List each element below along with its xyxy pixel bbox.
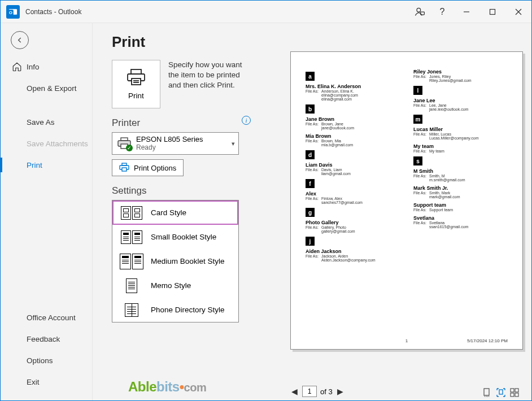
nav-label: Options: [27, 356, 53, 365]
print-button[interactable]: Print: [112, 60, 160, 108]
actual-size-icon[interactable]: 100: [483, 388, 492, 397]
contact-name: Riley Jones: [413, 69, 508, 75]
contact-name: My team: [413, 143, 508, 149]
contact-card: Mark Smith Jr.File As:Smith, Markmark@gm…: [413, 185, 508, 199]
nav-label: Info: [27, 63, 40, 71]
nav-open-export[interactable]: Open & Export: [1, 77, 92, 99]
style-small-booklet[interactable]: Small Booklet Style: [112, 225, 238, 249]
print-options-icon: [119, 163, 129, 173]
print-options-button[interactable]: Print Options: [112, 159, 184, 176]
contacts-col-left: aMrs. Elina K. AndersonFile As:Anderson,…: [306, 69, 400, 265]
account-manager-icon[interactable]: [408, 1, 431, 23]
contact-name: Aiden Jackson: [306, 249, 400, 254]
page-input[interactable]: [302, 386, 317, 397]
printer-dropdown[interactable]: ✓ EPSON L805 Series Ready ▾: [112, 132, 239, 155]
style-label: Memo Style: [151, 281, 191, 290]
style-memo[interactable]: Memo Style: [112, 273, 238, 298]
svg-rect-14: [121, 138, 128, 141]
titlebar-controls: ?: [408, 1, 531, 23]
svg-rect-23: [511, 389, 514, 392]
letter-divider: a: [306, 72, 315, 81]
nav-office-account[interactable]: Office Account: [1, 307, 92, 328]
nav-feedback[interactable]: Feedback: [1, 328, 92, 350]
memo-style-icon: [118, 278, 145, 293]
nav-label: Open & Export: [27, 84, 77, 93]
maximize-button[interactable]: [479, 1, 505, 23]
help-icon[interactable]: ?: [431, 1, 453, 23]
sidebar-bottom: Office Account Feedback Options Exit: [1, 307, 92, 400]
next-page-button[interactable]: ▶: [336, 387, 345, 396]
contact-name: Support team: [413, 202, 508, 208]
style-card[interactable]: Card Style: [112, 200, 238, 225]
preview-page: aMrs. Elina K. AndersonFile As:Anderson,…: [290, 51, 523, 350]
contact-card: Aiden JacksonFile As:Jackson, AidenAiden…: [306, 249, 400, 262]
fit-window-icon[interactable]: [496, 388, 505, 397]
contact-line: Lucas.Miller@company.com: [413, 136, 508, 140]
svg-rect-19: [122, 168, 127, 171]
nav-print[interactable]: Print: [1, 154, 92, 176]
style-medium-booklet[interactable]: Medium Booklet Style: [112, 249, 238, 273]
printer-info-icon[interactable]: i: [242, 116, 251, 125]
letter-divider: d: [306, 150, 315, 159]
contact-card: Liam DavisFile As:Davis, Liamliam@gmail.…: [306, 162, 400, 176]
contact-line: File As:Brown, Mia: [306, 139, 400, 143]
page-footer-date: 5/17/2024 12:10 PM: [467, 338, 508, 343]
nav-save-as[interactable]: Save As: [1, 111, 92, 133]
contact-card: Mrs. Elina K. AndersonFile As:Anderson, …: [306, 84, 400, 101]
contact-line: File As:Svetlana: [413, 221, 508, 225]
contact-line: mia.b@gmail.com: [306, 143, 400, 147]
print-styles-list: Card Style Small Booklet Style Medium Bo…: [112, 200, 239, 322]
contact-line: File As:Davis, Liam: [306, 168, 400, 172]
svg-text:100: 100: [483, 395, 490, 397]
contact-line: File As:Brown, Jane: [306, 122, 400, 126]
contacts-col-right: Riley JonesFile As:Jones, RileyRiley.Jon…: [413, 69, 508, 265]
contact-line: sanches77@gmail.com: [306, 200, 400, 204]
nav-exit[interactable]: Exit: [1, 371, 92, 393]
nav-info[interactable]: Info: [1, 56, 92, 77]
contact-line: File As:Jones, Riley: [413, 75, 508, 79]
contact-line: File As:Lee, Jane: [413, 103, 508, 107]
contact-line: elina@company.com: [306, 93, 400, 97]
nav-options[interactable]: Options: [1, 350, 92, 371]
home-icon: [12, 62, 22, 72]
small-booklet-icon: [118, 230, 145, 244]
style-phone-directory[interactable]: Phone Directory Style: [112, 298, 238, 322]
style-label: Phone Directory Style: [151, 306, 225, 314]
prev-page-button[interactable]: ◀: [290, 387, 299, 396]
contact-card: Jane LeeFile As:Lee, Janejane.lee@outloo…: [413, 98, 508, 111]
multiple-pages-icon[interactable]: [510, 388, 519, 397]
contact-card: My teamFile As:My team: [413, 143, 508, 153]
minimize-button[interactable]: [453, 1, 479, 23]
style-label: Small Booklet Style: [151, 233, 216, 241]
contact-name: Mrs. Elina K. Anderson: [306, 84, 400, 89]
close-button[interactable]: [505, 1, 531, 23]
zoom-controls: 100: [483, 388, 519, 397]
svg-rect-24: [515, 389, 518, 392]
contact-card: Lucas MillerFile As:Miller, LucasLucas.M…: [413, 127, 508, 140]
contact-card: Mia BrownFile As:Brown, Miamia.b@gmail.c…: [306, 133, 400, 147]
contact-line: jane.lee@outlook.com: [413, 107, 508, 111]
settings-section-title: Settings: [112, 185, 268, 197]
backstage-sidebar: Info Open & Export Save As Save Attachme…: [1, 23, 93, 400]
contact-card: SvetlanaFile As:Svetlanassan1615@gmail.c…: [413, 215, 508, 229]
svg-rect-9: [131, 69, 141, 74]
contact-name: M Smith: [413, 168, 508, 174]
contact-line: ssan1615@gmail.com: [413, 225, 508, 229]
contact-line: File As:My team: [413, 149, 508, 153]
check-icon: ✓: [126, 145, 133, 151]
contact-line: File As:Gallery, Photo: [306, 225, 400, 229]
print-button-row: Print Specify how you want the item to b…: [112, 60, 268, 108]
nav-label: Print: [27, 161, 42, 169]
back-button[interactable]: [11, 31, 29, 49]
contact-name: Alex: [306, 191, 400, 197]
contact-line: jane@outlook.com: [306, 126, 400, 130]
printer-texts: EPSON L805 Series Ready: [136, 136, 203, 152]
svg-rect-25: [511, 393, 514, 396]
svg-rect-22: [499, 390, 503, 394]
contact-line: File As:Jackson, Aiden: [306, 254, 400, 258]
print-button-label: Print: [128, 91, 144, 100]
contacts-columns: aMrs. Elina K. AndersonFile As:Anderson,…: [306, 69, 508, 265]
contact-name: Mia Brown: [306, 133, 400, 139]
svg-point-3: [417, 8, 421, 12]
style-label: Card Style: [151, 208, 186, 217]
